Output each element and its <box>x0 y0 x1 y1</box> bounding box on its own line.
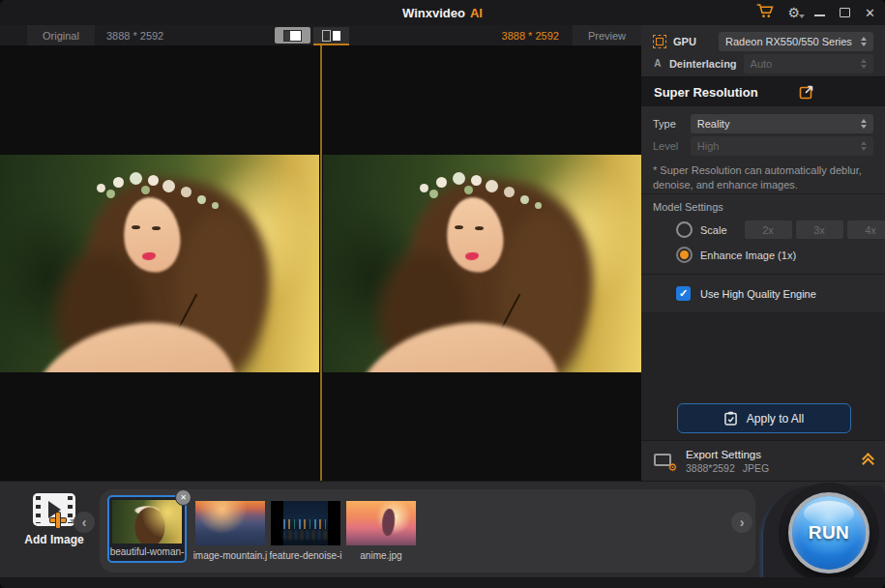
hq-engine-row: Use High Quality Engine <box>641 274 885 312</box>
enhance-radio[interactable] <box>676 247 693 263</box>
gpu-chip-icon <box>653 35 666 48</box>
gpu-value: Radeon RX550/550 Series <box>725 36 852 47</box>
chevron-updown-icon <box>861 59 867 69</box>
type-select[interactable]: Reality <box>691 114 873 133</box>
scale-options: 2x 3x 4x <box>745 220 885 239</box>
export-settings-icon: ⚙ <box>654 453 675 470</box>
chevron-updown-icon <box>861 37 867 46</box>
collapse-chevrons-icon[interactable] <box>864 455 872 468</box>
titlebar: Winxvideo AI ⚙ ✕ <box>0 0 885 25</box>
scroll-right-button[interactable] <box>731 512 752 533</box>
scale-4x-button[interactable]: 4x <box>847 220 885 239</box>
app-title: Winxvideo AI <box>0 0 885 25</box>
type-value: Reality <box>697 118 730 130</box>
type-level-section: Type Reality Level High * Super Resoluti… <box>641 106 885 193</box>
run-button-housing: RUN <box>763 485 885 578</box>
enhanced-image <box>323 155 642 372</box>
scale-3x-button[interactable]: 3x <box>796 220 843 239</box>
expand-icon[interactable] <box>799 84 814 100</box>
compare-mode-toggles <box>275 27 349 45</box>
thumbnail-image-city <box>271 501 340 545</box>
hq-engine-checkbox[interactable] <box>676 286 691 301</box>
hq-engine-label: Use High Quality Engine <box>700 288 816 300</box>
scroll-left-button[interactable] <box>74 512 95 533</box>
scale-label: Scale <box>700 224 727 236</box>
thumbnail-tray: beautiful-woman- image-mountain.j featur… <box>100 489 755 573</box>
original-dimensions: 3888 * 2592 <box>106 30 163 42</box>
model-settings-label: Model Settings <box>653 201 873 213</box>
enhance-label: Enhance Image (1x) <box>700 250 796 261</box>
tab-preview[interactable]: Preview <box>573 25 641 45</box>
deinterlacing-label: Deinterlacing <box>669 58 737 70</box>
app-title-accent: AI <box>470 6 483 20</box>
deinterlacing-icon: A <box>653 58 663 69</box>
chevron-updown-icon <box>861 119 867 129</box>
export-settings-row[interactable]: ⚙ Export Settings 3888*2592 JPEG <box>641 440 885 481</box>
thumbnail-label: anime.jpg <box>337 550 426 561</box>
original-pane[interactable] <box>0 45 319 481</box>
footer-strip <box>0 577 885 588</box>
apply-section: Apply to All <box>641 312 885 440</box>
apply-to-all-button[interactable]: Apply to All <box>677 403 851 433</box>
super-resolution-note: * Super Resolution can automatically deb… <box>653 163 873 193</box>
app-window: Winxvideo AI ⚙ ✕ Original 3888 * 2592 38… <box>0 0 885 588</box>
type-label: Type <box>653 118 683 130</box>
remove-thumbnail-icon[interactable] <box>175 489 192 506</box>
model-settings-section: Model Settings Scale 2x 3x 4x Enhance Im… <box>641 193 885 274</box>
side-by-side-view-toggle[interactable] <box>313 27 349 45</box>
thumbnail-selected[interactable]: beautiful-woman- <box>107 495 187 563</box>
gpu-select[interactable]: Radeon RX550/550 Series <box>719 32 873 51</box>
scale-radio[interactable] <box>676 221 693 238</box>
gpu-label: GPU <box>673 36 696 47</box>
level-value: High <box>697 140 720 152</box>
run-button-label: RUN <box>809 522 850 544</box>
split-view-icon <box>283 30 302 42</box>
enhanced-pane[interactable] <box>323 45 642 481</box>
thumbnail-anime[interactable]: anime.jpg <box>346 501 416 561</box>
export-settings-detail: 3888*2592 JPEG <box>686 462 769 474</box>
export-format: JPEG <box>743 462 769 474</box>
original-image <box>0 155 319 372</box>
window-controls: ⚙ ✕ <box>756 0 875 25</box>
thumbnail-image-mountain <box>195 501 265 545</box>
level-select[interactable]: High <box>691 136 873 156</box>
export-settings-title: Export Settings <box>686 449 769 460</box>
minimize-icon[interactable] <box>814 15 825 16</box>
add-image-icon <box>33 493 75 526</box>
thumbnail-city[interactable]: feature-denoise-i <box>271 501 340 561</box>
clipboard-icon <box>724 411 737 426</box>
tab-original[interactable]: Original <box>27 25 95 45</box>
settings-gear-icon[interactable]: ⚙ <box>788 6 801 19</box>
settings-panel: GPU Radeon RX550/550 Series A Deinterlac… <box>641 25 885 481</box>
thumbnail-image-anime <box>346 501 416 545</box>
app-title-main: Winxvideo <box>402 6 465 20</box>
maximize-icon[interactable] <box>840 8 850 17</box>
plus-icon <box>50 513 66 528</box>
close-icon[interactable]: ✕ <box>865 7 875 19</box>
deinterlacing-value: Auto <box>751 58 773 70</box>
thumbnail-mountain[interactable]: image-mountain.j <box>195 501 265 561</box>
level-label: Level <box>653 140 683 152</box>
thumbnail-label: beautiful-woman- <box>100 546 194 557</box>
preview-dimensions: 3888 * 2592 <box>502 30 559 42</box>
add-image-label: Add Image <box>14 533 95 546</box>
chevron-updown-icon <box>861 141 867 151</box>
scale-2x-button[interactable]: 2x <box>745 220 792 239</box>
deinterlacing-select[interactable]: Auto <box>744 54 873 74</box>
section-title: Super Resolution <box>654 85 758 100</box>
thumbnail-image-woman <box>112 500 182 544</box>
view-bar: Original 3888 * 2592 3888 * 2592 Preview <box>0 25 641 45</box>
preview-area <box>0 45 641 481</box>
side-by-side-icon <box>322 30 331 42</box>
cart-icon[interactable] <box>756 3 774 22</box>
run-button[interactable]: RUN <box>788 492 870 573</box>
export-resolution: 3888*2592 <box>686 462 735 474</box>
apply-to-all-label: Apply to All <box>747 412 804 426</box>
split-view-toggle[interactable] <box>275 27 310 44</box>
filmstrip-bar: Add Image beautiful-woman- image-mountai… <box>0 481 885 577</box>
hardware-section: GPU Radeon RX550/550 Series A Deinterlac… <box>641 25 885 76</box>
super-resolution-header: Super Resolution <box>641 76 885 106</box>
